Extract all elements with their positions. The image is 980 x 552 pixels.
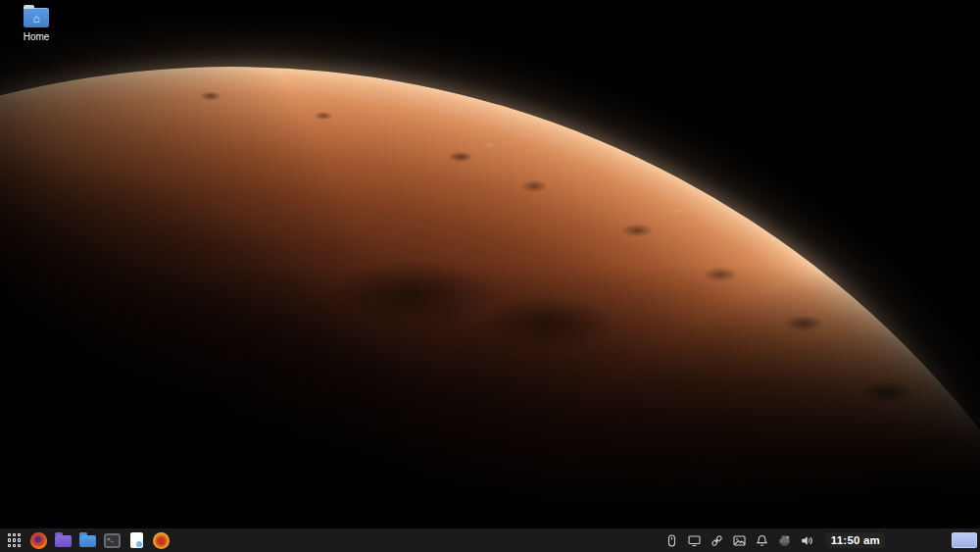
desktop-icon-label: Home: [24, 31, 50, 42]
link-tray-button[interactable]: [710, 530, 724, 550]
firefox-icon: [30, 532, 47, 549]
taskbar-right: 11:50 am: [664, 530, 977, 550]
desktop-preview-thumbnail[interactable]: [952, 532, 977, 548]
file-manager-purple-button[interactable]: [54, 530, 73, 550]
image-tray-button[interactable]: [732, 530, 747, 550]
purple-folder-icon: [55, 535, 72, 547]
desktop-screen: ⌂ Home >_: [0, 0, 980, 552]
orange-app-icon: [153, 532, 170, 549]
taskbar: >_: [0, 528, 980, 552]
house-glyph: ⌂: [24, 9, 49, 27]
taskbar-left: >_: [5, 530, 171, 550]
text-editor-icon: [130, 532, 143, 548]
printer-icon: [778, 534, 791, 547]
volume-tray-button[interactable]: [800, 530, 814, 550]
display-icon: [688, 534, 701, 547]
mouse-icon: [665, 534, 678, 547]
terminal-icon: >_: [104, 533, 121, 548]
wallpaper: [0, 0, 980, 552]
blue-folder-icon: [79, 535, 96, 547]
notifications-bell-icon: [756, 534, 768, 547]
wallpaper-shading: [0, 0, 980, 552]
taskbar-clock[interactable]: 11:50 am: [826, 532, 885, 548]
desktop-icon-home[interactable]: ⌂ Home: [11, 8, 62, 42]
software-center-button[interactable]: [152, 530, 171, 550]
text-editor-button[interactable]: [127, 530, 146, 550]
app-menu-button[interactable]: [5, 530, 24, 550]
notifications-tray-button[interactable]: [755, 530, 769, 550]
image-icon: [733, 534, 746, 547]
app-grid-icon: [8, 533, 22, 547]
home-folder-icon: ⌂: [24, 8, 49, 27]
mouse-tray-button[interactable]: [664, 530, 679, 550]
terminal-prompt-glyph: >_: [106, 535, 119, 546]
display-tray-button[interactable]: [687, 530, 702, 550]
firefox-button[interactable]: [29, 530, 48, 550]
terminal-button[interactable]: >_: [103, 530, 122, 550]
volume-icon: [801, 534, 813, 547]
printer-tray-button[interactable]: [777, 530, 792, 550]
file-manager-blue-button[interactable]: [78, 530, 97, 550]
link-icon: [710, 534, 723, 547]
